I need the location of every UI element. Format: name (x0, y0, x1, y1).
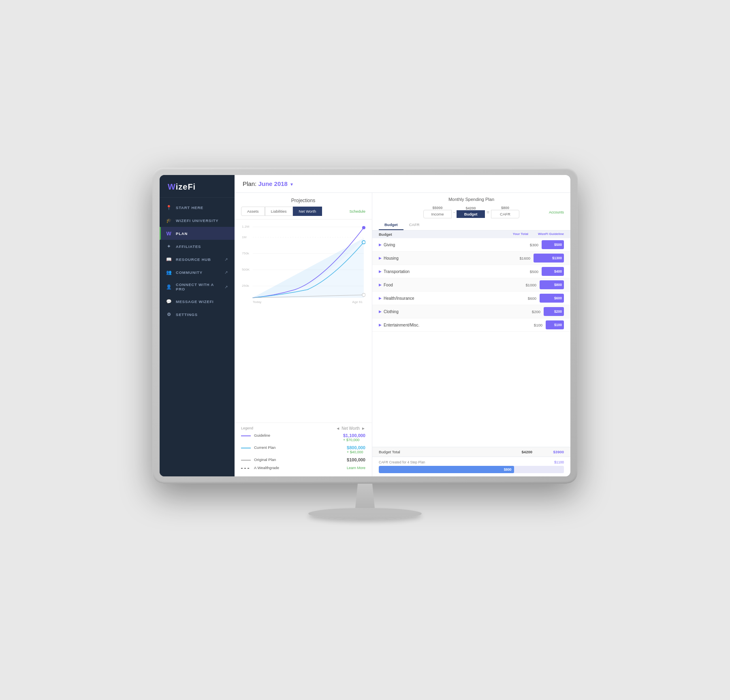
budget-row-giving: ▶ Giving $300 $500 (372, 238, 570, 252)
sidebar-item-plan[interactable]: W PLAN (160, 227, 235, 240)
original-plan-value: $100,000 (347, 457, 365, 462)
main-body: Projections Assets Liabilities Net Worth (235, 193, 570, 476)
guideline-label: Guideline (254, 433, 340, 438)
sidebar-item-settings[interactable]: ⚙ SETTINGS (160, 308, 235, 321)
monitor-base (308, 508, 422, 519)
cafr-amount-label: $800 (501, 206, 509, 210)
current-plan-delta: + $40,000 (347, 450, 365, 454)
tab-net-worth[interactable]: Net Worth (293, 207, 322, 216)
health-guideline: $600 (554, 296, 562, 300)
sidebar-item-wizefi-university[interactable]: 🎓 WIZEFI UNIVERSITY (160, 214, 235, 227)
entertainment-expand-icon[interactable]: ▶ (379, 323, 382, 327)
entertainment-bar: $100 (546, 320, 564, 329)
clothing-expand-icon[interactable]: ▶ (379, 309, 382, 314)
legend-item-current-plan: Current Plan $800,000 + $40,000 (241, 445, 365, 454)
cafr-bar-bg: $800 (379, 466, 564, 473)
food-expand-icon[interactable]: ▶ (379, 283, 382, 287)
scroll-left-icon[interactable]: ◄ (336, 426, 340, 431)
budget-row-housing: ▶ Housing $1600 $1300 (372, 252, 570, 265)
plan-month[interactable]: June 2018 (258, 180, 288, 187)
start-here-icon: 📍 (166, 205, 172, 210)
income-block: $5000 Income (423, 206, 452, 218)
legend-header: Legend ◄ Net Worth ► (241, 426, 365, 431)
health-expand-icon[interactable]: ▶ (379, 296, 382, 300)
main-content: Plan: June 2018 ▾ Projections Assets (235, 175, 570, 476)
projections-title: Projections (235, 193, 372, 207)
sidebar-item-connect-with-pro[interactable]: 👤 CONNECT WITH A PRO ↗ (160, 279, 235, 295)
budget-total-label: Budget Total (379, 450, 514, 454)
cafr-bar-fill: $800 (379, 466, 514, 473)
accounts-link[interactable]: Accounts (549, 210, 564, 214)
chart-area: 1.2M 1M 750k 500K 250k (235, 220, 372, 423)
health-amount: $600 (518, 296, 536, 301)
legend-info-guideline: Guideline (254, 433, 340, 438)
cafr-description: CAFR Created for 4 Step Plan (379, 460, 425, 464)
monitor-frame: WizeFi 📍 START HERE 🎓 WIZEFI UNIVERSITY … (152, 168, 578, 484)
legend-item-wealthgrade: A Wealthgrade Learn More (241, 465, 365, 470)
your-total-header: Your Total (513, 232, 528, 236)
sidebar-item-label: AFFILIATES (176, 244, 201, 249)
cafr-field: CAFR (491, 210, 519, 218)
current-plan-line (241, 448, 251, 448)
minus-symbol: - (452, 209, 457, 215)
sidebar-item-message-wizefi[interactable]: 💬 MESSAGE WIZEFI (160, 295, 235, 308)
svg-point-12 (362, 241, 365, 244)
tab-budget[interactable]: Budget (379, 220, 403, 230)
sidebar-item-start-here[interactable]: 📍 START HERE (160, 201, 235, 214)
entertainment-amount: $100 (524, 323, 542, 327)
sidebar-item-affiliates[interactable]: ✦ AFFILIATES (160, 240, 235, 253)
category-health: ▶ Health/Insurance (379, 296, 518, 301)
budget-section-label: Budget Your Total WizeFi Guideline (372, 230, 570, 238)
sidebar: WizeFi 📍 START HERE 🎓 WIZEFI UNIVERSITY … (160, 175, 235, 476)
clothing-amount: $200 (522, 309, 540, 314)
tab-liabilities[interactable]: Liabilities (265, 207, 293, 216)
legend-info-wealthgrade: A Wealthgrade (254, 465, 344, 470)
entertainment-guideline: $100 (554, 323, 562, 327)
budget-row-transportation: ▶ Transportation $500 $400 (372, 265, 570, 278)
external-link-icon: ↗ (224, 257, 228, 262)
svg-text:500K: 500K (242, 268, 250, 271)
sidebar-item-label: MESSAGE WIZEFI (176, 299, 214, 304)
sidebar-item-label: START HERE (176, 205, 203, 210)
income-amount: $5000 (432, 206, 442, 210)
transportation-guideline: $400 (554, 269, 562, 273)
schedule-link[interactable]: Schedule (349, 209, 365, 213)
category-food: ▶ Food (379, 283, 518, 287)
plan-title: Plan: June 2018 ▾ (243, 180, 293, 187)
clothing-guideline: $200 (554, 309, 562, 314)
budget-field: Budget (457, 210, 485, 218)
giving-guideline: $500 (554, 243, 562, 247)
tab-cafr[interactable]: CAFR (403, 220, 425, 230)
community-icon: 👥 (166, 269, 172, 275)
message-icon: 💬 (166, 299, 172, 304)
svg-text:750k: 750k (242, 252, 250, 255)
category-transportation: ▶ Transportation (379, 269, 520, 274)
legend-info-original-plan: Original Plan (254, 457, 344, 462)
scroll-right-icon[interactable]: ► (361, 426, 365, 431)
giving-expand-icon[interactable]: ▶ (379, 243, 382, 247)
monitor-neck (353, 484, 377, 508)
affiliates-icon: ✦ (166, 243, 172, 249)
current-plan-label: Current Plan (254, 445, 344, 450)
budget-total-amount: $4200 (514, 450, 532, 454)
sidebar-item-community[interactable]: 👥 COMMUNITY ↗ (160, 266, 235, 279)
plan-dropdown-arrow[interactable]: ▾ (290, 181, 293, 187)
svg-text:1M: 1M (242, 235, 247, 239)
net-worth-label: Net Worth (342, 426, 360, 431)
guideline-line (241, 435, 251, 436)
monitor-wrapper: WizeFi 📍 START HERE 🎓 WIZEFI UNIVERSITY … (142, 168, 588, 532)
sidebar-item-resource-hub[interactable]: 📖 RESOURCE HUB ↗ (160, 253, 235, 266)
sidebar-item-label: CONNECT WITH A PRO (176, 282, 220, 291)
right-panel: Monthly Spending Plan $5000 Income - $42… (372, 193, 570, 476)
resource-hub-icon: 📖 (166, 256, 172, 262)
equals-symbol: = (485, 209, 491, 215)
cafr-bar-value: $800 (504, 467, 512, 472)
transportation-amount: $500 (520, 269, 538, 274)
learn-more-link[interactable]: Learn More (347, 466, 365, 470)
tab-assets[interactable]: Assets (241, 207, 265, 216)
budget-items-list: ▶ Giving $300 $500 (372, 238, 570, 447)
housing-expand-icon[interactable]: ▶ (379, 256, 382, 260)
transportation-expand-icon[interactable]: ▶ (379, 269, 382, 273)
legend-info-current-plan: Current Plan (254, 445, 344, 450)
svg-point-11 (362, 226, 365, 229)
